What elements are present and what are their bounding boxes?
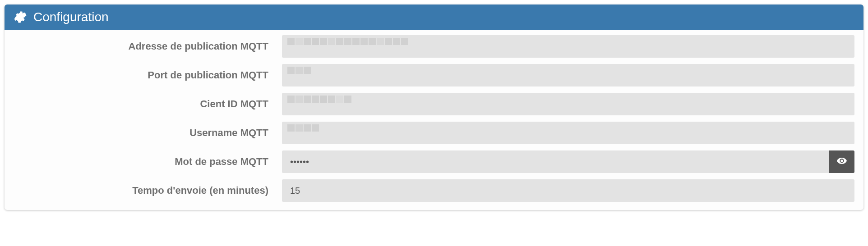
row-mqtt-port: Port de publication MQTT (14, 64, 854, 87)
label-mqtt-port: Port de publication MQTT (14, 64, 282, 87)
redacted-content (287, 96, 351, 103)
label-mqtt-username: Username MQTT (14, 122, 282, 144)
configuration-panel: Configuration Adresse de publication MQT… (5, 5, 863, 210)
tempo-input[interactable] (282, 179, 854, 202)
gears-icon (14, 10, 27, 24)
row-mqtt-clientid: Cient ID MQTT (14, 93, 854, 115)
panel-title: Configuration (33, 10, 109, 24)
svg-point-0 (23, 13, 26, 15)
eye-icon (836, 155, 847, 168)
row-mqtt-password: Mot de passe MQTT (14, 150, 854, 173)
mqtt-clientid-input[interactable] (282, 93, 854, 115)
row-mqtt-username: Username MQTT (14, 122, 854, 144)
label-mqtt-address: Adresse de publication MQTT (14, 35, 282, 58)
row-mqtt-address: Adresse de publication MQTT (14, 35, 854, 58)
label-mqtt-clientid: Cient ID MQTT (14, 93, 282, 115)
panel-header: Configuration (5, 5, 863, 30)
redacted-content (287, 67, 311, 74)
label-mqtt-password: Mot de passe MQTT (14, 150, 282, 173)
label-tempo: Tempo d'envoie (en minutes) (14, 179, 282, 202)
redacted-content (287, 124, 319, 132)
mqtt-password-input[interactable] (282, 150, 829, 173)
panel-body: Adresse de publication MQTT Port de publ… (5, 30, 863, 210)
mqtt-username-input[interactable] (282, 122, 854, 144)
reveal-password-button[interactable] (829, 150, 854, 173)
mqtt-address-input[interactable] (282, 35, 854, 58)
redacted-content (287, 38, 408, 45)
row-tempo: Tempo d'envoie (en minutes) (14, 179, 854, 202)
mqtt-port-input[interactable] (282, 64, 854, 87)
